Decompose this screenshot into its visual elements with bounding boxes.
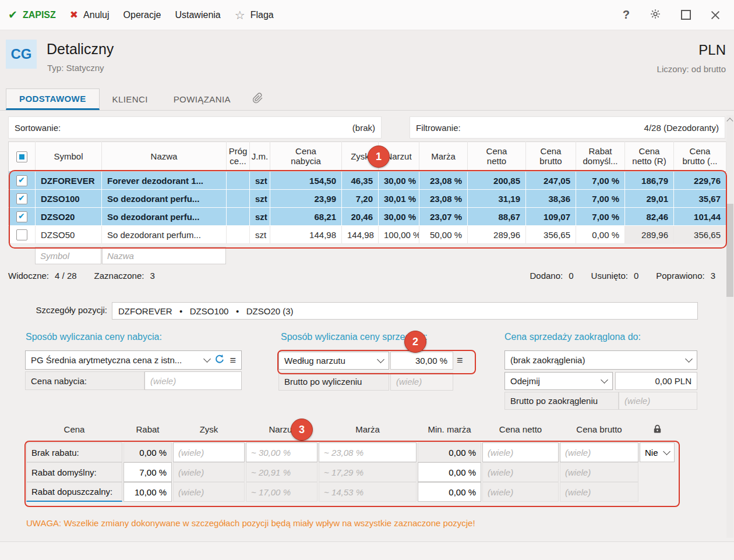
cell-symbol: DZSO20 <box>36 208 102 226</box>
col-cena-netto[interactable]: Cenanetto <box>468 142 526 172</box>
pg-profit[interactable]: (wiele) <box>173 442 245 462</box>
operations-menu[interactable]: Operacje <box>123 10 161 20</box>
pg-markup: ~ 17,00 % <box>246 482 317 502</box>
menu-icon[interactable]: ≡ <box>230 355 236 366</box>
col-cena-brutto-r[interactable]: Cenabrutto (... <box>674 142 726 172</box>
cell-net: 31,19 <box>468 190 526 208</box>
select-all-cell[interactable] <box>9 142 36 172</box>
rounding-amount-field[interactable]: 0,00 PLN <box>615 372 697 390</box>
row-checkbox[interactable] <box>16 211 27 222</box>
pg-net[interactable]: (wiele) <box>482 442 559 462</box>
col-gr-l1: Cena <box>527 147 574 157</box>
pg-gross: (wiele) <box>560 482 638 502</box>
price-grid-header: Cena Rabat Zysk Narzut Marża Min. marża … <box>26 421 675 437</box>
col-cena-brutto[interactable]: Cenabrutto <box>526 142 576 172</box>
rounding-op-dropdown[interactable]: Odejmij <box>504 372 613 390</box>
col-marza[interactable]: Marża <box>419 142 468 172</box>
pg-margin-placeholder: ~ 17,29 % <box>324 467 364 477</box>
filter-bar[interactable]: Filtrowanie: 4/28 (Dezodoranty) <box>410 116 725 139</box>
save-label: ZAPISZ <box>23 10 56 20</box>
col-rabat[interactable]: Rabatdomyśl... <box>576 142 625 172</box>
cell-purchase: 144,98 <box>270 226 342 244</box>
pg-profit-placeholder: (wiele) <box>178 487 204 497</box>
pg-net-placeholder: (wiele) <box>488 487 513 497</box>
col-nazwa[interactable]: Nazwa <box>102 142 227 172</box>
col-cena-netto-r[interactable]: Cenanetto (R) <box>625 142 674 172</box>
cell-net-r: 82,46 <box>625 208 674 226</box>
purchase-price-field[interactable]: (wiele) <box>144 371 242 390</box>
col-prog[interactable]: Prógce... <box>227 142 250 172</box>
cell-gross: 356,65 <box>526 226 576 244</box>
col-jm[interactable]: J.m. <box>250 142 270 172</box>
details-selection-field[interactable]: DZFOREVER • DZSO100 • DZSO20 (3) <box>112 302 698 320</box>
star-icon: ☆ <box>235 9 245 21</box>
col-rb-l2: domyśl... <box>577 157 623 166</box>
pg-margin[interactable]: ~ 23,08 % <box>319 442 417 462</box>
tab-strip: PODSTAWOWE KLIENCI POWIĄZANIA <box>0 88 734 111</box>
cell-symbol: DZSO100 <box>36 190 102 208</box>
check-icon: ✔ <box>8 9 17 20</box>
sale-gross-label: Brutto po wyliczeniu <box>278 373 389 391</box>
pg-gross[interactable]: (wiele) <box>560 442 638 462</box>
row-checkbox[interactable] <box>16 193 27 204</box>
pg-markup[interactable]: ~ 30,00 % <box>246 442 317 462</box>
pg-discount[interactable]: 10,00 % <box>123 482 172 502</box>
pg-gross-placeholder: (wiele) <box>565 487 591 497</box>
selected-label: Zaznaczone: <box>94 271 144 281</box>
attachments-button[interactable] <box>244 88 272 110</box>
pg-row-label: Brak rabatu: <box>26 442 122 462</box>
pg-discount[interactable]: 7,00 % <box>123 462 172 482</box>
warning-text: UWAGA: Wszelkie zmiany dokonywane w szcz… <box>26 518 475 528</box>
col-symbol[interactable]: Symbol <box>36 142 102 172</box>
save-button[interactable]: ✔ ZAPISZ <box>8 9 56 20</box>
cell-markup: 30,00 % <box>379 172 419 190</box>
refresh-icon[interactable] <box>214 354 225 366</box>
cell-gross-r: 356,65 <box>674 226 726 244</box>
cell-margin: 50,00 % <box>419 226 468 244</box>
cancel-button[interactable]: ✖ Anuluj <box>70 10 110 20</box>
purchase-method-dropdown[interactable]: PG Średnia arytmetyczna cena z istn... ≡ <box>25 350 242 370</box>
sort-bar[interactable]: Sortowanie: (brak) <box>8 116 382 139</box>
markup-percent-field[interactable]: 30,00 % <box>390 352 453 370</box>
cell-name: So dezodorant perfu... <box>102 190 227 208</box>
table-row[interactable]: DZSO50 So dezodorant perfum... szt 144,9… <box>9 226 726 244</box>
cell-profit: 7,20 <box>342 190 379 208</box>
gear-icon[interactable] <box>650 8 661 22</box>
pg-min-margin[interactable]: 0,00 % <box>418 462 481 482</box>
tab-klienci[interactable]: KLIENCI <box>100 88 161 110</box>
symbol-filter-input[interactable] <box>35 247 101 264</box>
sale-method-dropdown[interactable]: Według narzutu <box>278 352 389 370</box>
bottom-strip <box>0 542 734 560</box>
cell-unit: szt <box>250 226 270 244</box>
row-checkbox[interactable] <box>16 175 27 186</box>
pg-min-margin[interactable]: 0,00 % <box>418 482 481 502</box>
close-button[interactable] <box>711 10 720 20</box>
table-row[interactable]: DZSO100 So dezodorant perfu... szt 23,99… <box>9 190 726 208</box>
settings-menu[interactable]: Ustawienia <box>175 10 220 20</box>
rounding-dropdown[interactable]: (brak zaokrąglenia) <box>504 350 697 370</box>
table-row[interactable]: DZSO20 So dezodorant perfu... szt 68,21 … <box>9 208 726 226</box>
tab-powiazania[interactable]: POWIĄZANIA <box>161 88 244 110</box>
scrollbar-thumb[interactable] <box>726 204 733 297</box>
selected-value: 3 <box>150 271 154 281</box>
row-checkbox[interactable] <box>16 229 27 240</box>
pg-profit-placeholder: (wiele) <box>178 467 204 477</box>
cell-unit: szt <box>250 172 270 190</box>
annotation-badge-3: 3 <box>291 419 313 441</box>
table-row[interactable]: DZFOREVER Forever dezodorant 1... szt 15… <box>9 172 726 190</box>
help-button[interactable]: ? <box>623 8 630 22</box>
x-icon: ✖ <box>70 10 78 20</box>
flag-button[interactable]: ☆ Flaga <box>235 9 274 21</box>
details-label: Szczegóły pozycji: <box>8 305 107 315</box>
col-cena-nabycia[interactable]: Cenanabycia <box>270 142 342 172</box>
pg-lock-dropdown[interactable]: Nie <box>640 442 675 462</box>
menu-icon[interactable]: ≡ <box>457 355 463 366</box>
select-all-checkbox[interactable] <box>16 151 27 162</box>
tab-podstawowe[interactable]: PODSTAWOWE <box>6 88 100 110</box>
added-label: Dodano: <box>530 271 563 281</box>
name-filter-input[interactable] <box>102 247 226 264</box>
vertical-scrollbar[interactable] <box>726 115 733 538</box>
maximize-button[interactable] <box>681 10 691 20</box>
operations-label: Operacje <box>123 10 161 20</box>
sort-label: Sortowanie: <box>15 123 61 133</box>
